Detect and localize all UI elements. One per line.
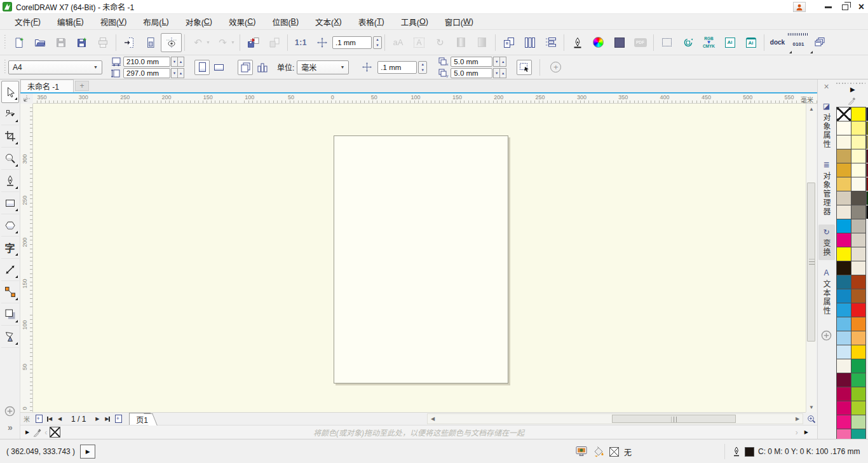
docker-tab-3[interactable]: ↻变换 [818,225,835,260]
restore-button[interactable] [842,4,848,10]
color-swatch[interactable] [851,163,865,177]
color-swatch[interactable] [837,387,851,401]
menu-item-5[interactable]: 对象(C) [177,14,220,30]
nudge-distance-spinner[interactable]: ▲ ▼ [418,61,427,74]
page-height-spinner[interactable]: ▼ ▲ [172,68,184,78]
first-page-button[interactable]: ◀ [44,414,55,424]
color-swatch[interactable] [851,191,865,205]
coordinates-options-button[interactable]: ▶ [80,445,95,459]
export-to-ai-button[interactable]: Ai [719,33,740,52]
menu-item-8[interactable]: 文本(X) [307,14,350,30]
color-swatch[interactable] [837,219,851,233]
color-swatch[interactable] [837,121,851,135]
page-width-spinner[interactable]: ▼ ▲ [172,57,184,67]
color-swatch[interactable] [837,233,851,247]
drawing-canvas[interactable] [33,104,806,412]
landscape-button[interactable] [211,60,226,75]
eyedropper-icon[interactable] [33,428,42,437]
duplicate-y-spinner[interactable]: ▼ ▲ [494,68,506,78]
spin-up-icon[interactable]: ▲ [419,62,426,67]
horizontal-scrollbar[interactable]: ◀ ▶ [427,413,803,424]
drop-shadow-tool[interactable] [1,303,19,326]
color-swatch[interactable] [851,401,865,415]
rotate-page-button[interactable]: ↻ [430,33,451,52]
bulleted-list-button[interactable] [540,33,561,52]
color-swatch[interactable] [851,275,865,289]
color-swatch[interactable] [851,373,865,387]
all-pages-button[interactable] [238,60,253,75]
menu-item-6[interactable]: 效果(C) [220,14,264,30]
color-proof-monitor-icon[interactable] [575,446,588,457]
publish-to-pdf-button[interactable]: PDF [630,33,651,52]
eyedropper-icon[interactable] [848,95,857,105]
horizontal-ruler[interactable]: 毫米 3503002502001501005005010015020025030… [33,93,817,104]
toolbox-expand-button[interactable]: » [8,422,12,432]
horizontal-scroll-thumb[interactable] [612,415,736,423]
color-swatch[interactable] [837,261,851,275]
gradient-column-button-1[interactable] [451,33,471,52]
color-swatch[interactable] [851,331,865,345]
scroll-right-button[interactable]: ▶ [792,414,803,424]
copy-properties-button[interactable] [498,33,519,52]
gradient-column-button-2[interactable] [471,33,492,52]
select-area-button[interactable] [656,33,677,52]
toolbar-drag-handle[interactable] [4,35,6,50]
color-swatch[interactable] [837,331,851,345]
spin-down-icon[interactable]: ▼ [419,67,426,73]
color-dialog-button[interactable] [588,33,609,52]
text-tool[interactable]: 字 [1,237,19,259]
vertical-ruler[interactable]: 300250200150100500 [20,104,33,412]
spin-up-icon[interactable]: ▲ [177,68,184,78]
color-swatch[interactable] [851,317,865,331]
last-page-button[interactable]: ▶ [102,414,112,424]
spin-up-icon[interactable]: ▲ [499,57,506,67]
scroll-down-button[interactable]: ▼ [806,402,817,412]
vertical-scroll-thumb[interactable] [807,183,815,342]
fill-swatch-button[interactable] [609,33,630,52]
dimension-tool[interactable] [1,259,19,281]
color-swatch[interactable] [837,191,851,205]
color-swatch[interactable] [837,163,851,177]
character-spacing-button[interactable]: A [409,33,430,52]
color-swatch[interactable] [837,415,851,429]
menu-item-1[interactable]: 文件(F) [6,14,49,30]
color-swatch[interactable] [837,275,851,289]
color-swatch[interactable] [837,317,851,331]
page-width-input[interactable] [123,57,170,67]
window-cascade-button[interactable] [809,33,830,52]
new-document-button[interactable] [8,33,29,52]
treat-as-filled-toggle[interactable] [517,60,532,75]
color-swatch[interactable] [851,359,865,373]
zoom-tool[interactable] [1,148,19,170]
paste-from-ai-button[interactable]: Ai [740,33,761,52]
dock-button[interactable]: dock [767,33,788,52]
copy-to-page-button[interactable] [264,33,285,52]
color-swatch[interactable] [851,233,865,247]
color-swatch[interactable] [851,135,865,149]
font-size-button[interactable]: aA [388,33,409,52]
connector-tool[interactable] [1,281,19,303]
color-swatch[interactable] [851,289,865,303]
vertical-scrollbar[interactable]: ▲ ▼ [806,104,816,412]
duplicate-y-input[interactable] [451,68,492,78]
menu-item-3[interactable]: 视图(V) [92,14,135,30]
docker-tab-1[interactable]: ◪对象属性 [818,99,835,152]
palette-drag-handle[interactable] [836,81,865,85]
palette-flyout-button[interactable]: ▶ [25,429,29,435]
color-swatch[interactable] [851,177,865,191]
menu-item-11[interactable]: 窗口(W) [437,14,482,30]
export-to-office-button[interactable] [243,33,264,52]
menu-item-7[interactable]: 位图(B) [264,14,307,30]
previous-page-button[interactable]: ◀ [55,414,65,424]
zoom-fit-button[interactable] [806,413,817,424]
spin-down-icon[interactable]: ▼ [374,43,381,48]
docker-add-button[interactable] [821,330,832,343]
menu-item-2[interactable]: 编辑(E) [49,14,92,30]
barcode-button[interactable]: 0101 [788,33,809,52]
pick-tool[interactable] [1,81,19,103]
color-swatch[interactable] [851,121,865,135]
duplicate-x-input[interactable] [451,57,492,67]
color-swatch[interactable] [837,401,851,415]
no-color-swatch[interactable] [50,427,60,438]
ruler-origin[interactable] [20,93,33,104]
